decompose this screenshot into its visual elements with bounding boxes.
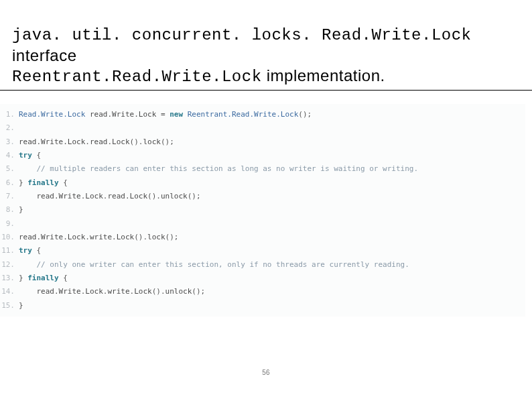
line-number: 11.	[0, 244, 19, 258]
title-tail-2: implementation.	[262, 66, 385, 84]
code-line: 12. // only one writer can enter this se…	[0, 258, 525, 272]
code-content: // only one writer can enter this sectio…	[19, 258, 525, 272]
slide-header: java. util. concurrent. locks. Read.Writ…	[0, 0, 532, 91]
code-line: 5. // multiple readers can enter this se…	[0, 162, 525, 176]
code-content: read.Write.Lock.read.Lock().lock();	[19, 135, 525, 149]
line-number: 10.	[0, 231, 19, 244]
code-content: read.Write.Lock.read.Lock().unlock();	[19, 190, 525, 203]
code-content: read.Write.Lock.write.Lock().lock();	[19, 231, 525, 244]
line-number: 7.	[0, 190, 19, 203]
code-content: // multiple readers can enter this secti…	[19, 162, 525, 176]
line-number: 1.	[0, 108, 19, 121]
line-number: 9.	[0, 217, 19, 231]
code-line: 14. read.Write.Lock.write.Lock().unlock(…	[0, 285, 525, 298]
line-number: 15.	[0, 299, 19, 312]
code-content: try {	[19, 149, 525, 162]
code-block: 1.Read.Write.Lock read.Write.Lock = new …	[0, 104, 525, 317]
line-number: 13.	[0, 272, 19, 285]
code-content: try {	[19, 244, 525, 258]
line-number: 5.	[0, 162, 19, 176]
code-content: }	[19, 299, 525, 312]
code-line: 6.} finally {	[0, 176, 525, 190]
code-line: 1.Read.Write.Lock read.Write.Lock = new …	[0, 108, 525, 121]
code-line: 3.read.Write.Lock.read.Lock().lock();	[0, 135, 525, 149]
code-line: 10.read.Write.Lock.write.Lock().lock();	[0, 231, 525, 244]
code-line: 7. read.Write.Lock.read.Lock().unlock();	[0, 190, 525, 203]
title-mono-2: Reentrant.Read.Write.Lock	[12, 68, 262, 86]
code-line: 11.try {	[0, 244, 525, 258]
code-line: 4.try {	[0, 149, 525, 162]
line-number: 14.	[0, 285, 19, 298]
code-content: read.Write.Lock.write.Lock().unlock();	[19, 285, 525, 298]
title-mono-1: java. util. concurrent. locks. Read.Writ…	[12, 26, 472, 44]
line-number: 2.	[0, 121, 19, 135]
line-number: 8.	[0, 203, 19, 217]
code-line: 8.}	[0, 203, 525, 217]
page-number: 56	[0, 369, 532, 376]
line-number: 3.	[0, 135, 19, 149]
code-content: Read.Write.Lock read.Write.Lock = new Re…	[19, 108, 525, 121]
code-line: 9.	[0, 217, 525, 231]
code-line: 13.} finally {	[0, 272, 525, 285]
line-number: 12.	[0, 258, 19, 272]
line-number: 6.	[0, 176, 19, 190]
code-line: 2.	[0, 121, 525, 135]
slide-title-line-1: java. util. concurrent. locks. Read.Writ…	[12, 24, 520, 66]
code-content: } finally {	[19, 272, 525, 285]
line-number: 4.	[0, 149, 19, 162]
title-tail-1: interface	[12, 46, 77, 64]
code-content: } finally {	[19, 176, 525, 190]
code-content: }	[19, 203, 525, 217]
code-line: 15.}	[0, 299, 525, 312]
slide-title-line-2: Reentrant.Read.Write.Lock implementation…	[12, 66, 520, 87]
